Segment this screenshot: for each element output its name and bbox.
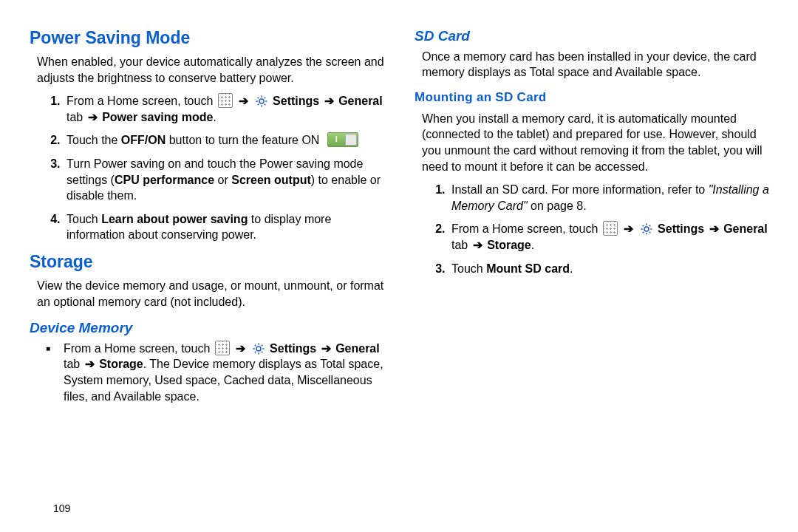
svg-point-1 [256,347,261,351]
heading-mounting-sd: Mounting an SD Card [415,89,777,106]
toggle-on-icon [327,132,358,147]
ps-step-4: Touch Learn about power saving to displa… [64,211,392,243]
power-saving-intro: When enabled, your device automatically … [37,54,392,86]
device-memory-list: From a Home screen, touch ➔ Settings ➔ G… [30,341,392,404]
storage-intro: View the device memory and usage, or mou… [37,278,392,310]
heading-storage: Storage [30,250,392,273]
ps-step-3: Turn Power saving on and touch the Power… [64,156,392,204]
gear-icon [640,222,653,236]
left-column: Power Saving Mode When enabled, your dev… [30,27,392,525]
manual-page: Power Saving Mode When enabled, your dev… [0,0,798,532]
mount-step-2: From a Home screen, touch ➔ Settings ➔ G… [449,221,777,253]
apps-icon [218,93,233,108]
ps-step-2: Touch the OFF/ON button to turn the feat… [64,132,392,149]
heading-sd-card: SD Card [415,27,777,46]
gear-icon [252,342,265,355]
mount-step-1: Install an SD card. For more information… [449,182,777,214]
apps-icon [603,221,618,236]
power-saving-steps: From a Home screen, touch ➔ Settings ➔ G… [30,93,392,243]
device-memory-item: From a Home screen, touch ➔ Settings ➔ G… [64,341,392,404]
gear-icon [255,95,268,108]
arrow-icon: ➔ [234,342,247,355]
mounting-intro: When you install a memory card, it is au… [422,111,777,174]
svg-point-2 [644,227,649,231]
svg-point-0 [259,99,264,103]
ps-step-1: From a Home screen, touch ➔ Settings ➔ G… [64,93,392,125]
arrow-icon: ➔ [237,95,250,107]
heading-power-saving: Power Saving Mode [30,27,392,50]
apps-icon [215,341,230,355]
mount-step-3: Touch Mount SD card. [449,261,777,277]
sd-card-intro: Once a memory card has been installed in… [422,49,777,81]
mounting-steps: Install an SD card. For more information… [415,182,777,276]
right-column: SD Card Once a memory card has been inst… [415,27,777,525]
arrow-icon: ➔ [622,222,635,235]
page-number: 109 [53,502,70,514]
heading-device-memory: Device Memory [30,318,392,338]
